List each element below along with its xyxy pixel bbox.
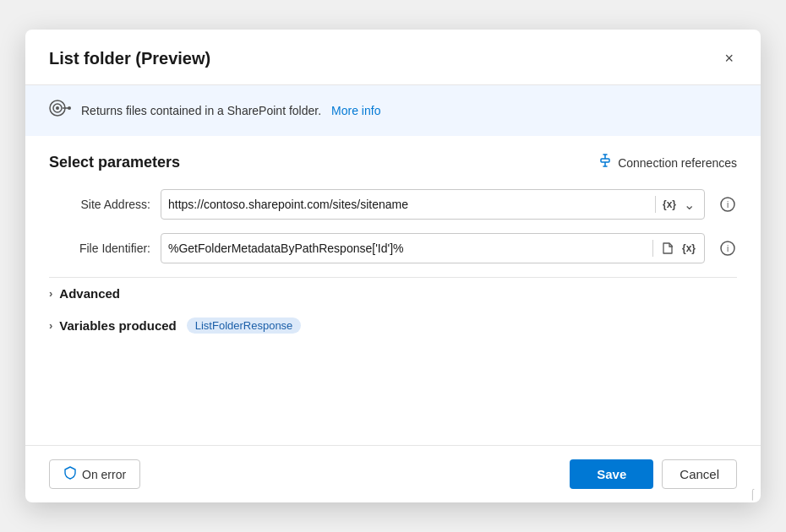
- section-title: Select parameters: [49, 154, 180, 171]
- footer-right: Save Cancel: [570, 459, 737, 489]
- variable-badge: ListFolderResponse: [187, 318, 302, 334]
- variables-label: Variables produced: [59, 318, 176, 333]
- on-error-button[interactable]: On error: [49, 459, 140, 489]
- resize-handle: ⌠: [750, 489, 756, 499]
- file-identifier-row: File Identifier: {x} i: [49, 233, 737, 263]
- dialog: List folder (Preview) × Returns files co…: [25, 30, 761, 502]
- svg-text:i: i: [727, 244, 729, 253]
- file-identifier-label: File Identifier:: [49, 242, 150, 255]
- connection-references-button[interactable]: Connection references: [598, 153, 737, 172]
- file-identifier-input-wrapper: {x}: [161, 233, 705, 263]
- file-identifier-input[interactable]: [168, 242, 647, 255]
- svg-text:i: i: [727, 200, 729, 209]
- plug-icon: [598, 153, 613, 172]
- site-address-input-wrapper: {x} ⌄: [161, 189, 705, 220]
- svg-point-4: [68, 106, 71, 110]
- advanced-chevron-icon: ›: [49, 287, 52, 300]
- site-address-label: Site Address:: [49, 198, 150, 211]
- advanced-collapsible[interactable]: › Advanced: [49, 277, 737, 309]
- variables-collapsible[interactable]: › Variables produced ListFolderResponse: [49, 309, 737, 342]
- site-address-chevron-button[interactable]: ⌄: [681, 195, 697, 214]
- section-header-row: Select parameters Connection references: [49, 153, 737, 172]
- save-button[interactable]: Save: [570, 459, 653, 489]
- advanced-label: Advanced: [59, 286, 120, 301]
- site-address-token-button[interactable]: {x}: [661, 198, 678, 210]
- close-button[interactable]: ×: [721, 46, 737, 71]
- svg-point-2: [56, 106, 59, 110]
- sharepoint-svg: [49, 97, 71, 119]
- more-info-link[interactable]: More info: [331, 104, 380, 117]
- site-address-info-button[interactable]: i: [718, 195, 737, 214]
- divider-1: [655, 196, 656, 213]
- connection-references-label: Connection references: [618, 156, 737, 170]
- info-banner: Returns files contained in a SharePoint …: [25, 85, 761, 136]
- info-banner-text: Returns files contained in a SharePoint …: [81, 104, 321, 117]
- site-address-row: Site Address: {x} ⌄ i: [49, 189, 737, 220]
- shield-icon: [63, 466, 77, 482]
- site-address-input[interactable]: [168, 198, 650, 211]
- variables-chevron-icon: ›: [49, 319, 52, 332]
- file-identifier-token-button[interactable]: {x}: [680, 242, 697, 254]
- dialog-title: List folder (Preview): [49, 49, 210, 68]
- dialog-header: List folder (Preview) ×: [25, 30, 761, 85]
- dialog-footer: On error Save Cancel: [25, 445, 761, 502]
- divider-2: [652, 240, 653, 257]
- dialog-body: Select parameters Connection references …: [25, 136, 761, 445]
- file-identifier-file-button[interactable]: [658, 240, 677, 257]
- sharepoint-icon: [49, 97, 71, 124]
- file-identifier-info-button[interactable]: i: [718, 239, 737, 258]
- on-error-label: On error: [82, 468, 126, 481]
- cancel-button[interactable]: Cancel: [662, 459, 737, 489]
